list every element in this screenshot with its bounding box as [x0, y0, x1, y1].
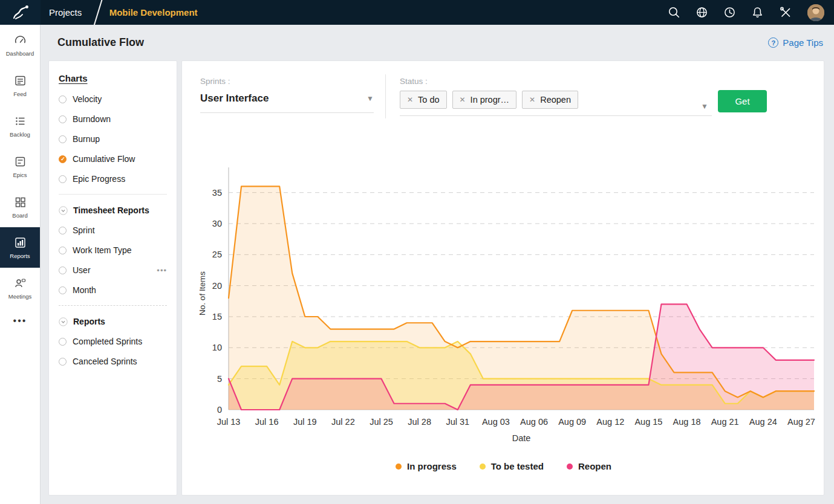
more-options-icon[interactable]: •••: [157, 266, 167, 275]
sidebar-item-board[interactable]: Board: [0, 187, 40, 227]
chevron-down-icon[interactable]: ▼: [367, 94, 374, 103]
svg-text:Aug 18: Aug 18: [673, 417, 701, 427]
status-filter-label: Status :: [400, 77, 712, 86]
panel-divider: [59, 194, 167, 195]
svg-text:Aug 15: Aug 15: [634, 417, 662, 427]
history-icon[interactable]: [723, 6, 736, 19]
svg-text:No. of Items: No. of Items: [198, 271, 207, 315]
remove-chip-icon[interactable]: ✕: [407, 95, 413, 104]
chart-option-epic-progress[interactable]: Epic Progress: [59, 174, 167, 184]
sprints-filter-label: Sprints :: [200, 77, 374, 86]
timesheet-option-month[interactable]: Month: [59, 285, 167, 295]
feed-icon: [14, 74, 27, 87]
svg-text:20: 20: [212, 281, 222, 291]
sidebar-label: Meetings: [8, 293, 32, 300]
option-label: Velocity: [73, 94, 102, 104]
bell-icon[interactable]: [751, 6, 764, 19]
option-label: Completed Sprints: [73, 337, 142, 346]
radio-icon[interactable]: [59, 338, 67, 346]
reports-option-completed-sprints[interactable]: Completed Sprints: [59, 337, 167, 346]
radio-icon[interactable]: [59, 358, 67, 366]
svg-text:Jul 19: Jul 19: [293, 417, 317, 427]
remove-chip-icon[interactable]: ✕: [529, 95, 535, 104]
legend-dot-icon: [567, 464, 573, 470]
chip-label: Reopen: [540, 95, 571, 105]
radio-icon[interactable]: [59, 175, 67, 183]
legend-label: To be tested: [491, 461, 544, 471]
app-logo[interactable]: [0, 0, 41, 25]
legend-label: Reopen: [578, 461, 611, 471]
status-chip-to-do[interactable]: ✕ To do: [400, 91, 447, 109]
chart-option-burnup[interactable]: Burnup: [59, 134, 167, 144]
sprint-select[interactable]: Sprints : User Interface ▼: [200, 77, 374, 113]
page-tips-link[interactable]: ? Page Tips: [768, 37, 823, 48]
question-icon: ?: [768, 37, 778, 48]
radio-selected-icon[interactable]: [59, 155, 67, 163]
chart-area: 05101520253035Jul 13Jul 16Jul 19Jul 22Ju…: [193, 152, 822, 457]
radio-icon[interactable]: [59, 227, 67, 234]
status-chip-in-progress[interactable]: ✕ In progr…: [452, 91, 517, 109]
svg-text:Date: Date: [512, 433, 531, 443]
remove-chip-icon[interactable]: ✕: [460, 95, 466, 104]
nav-projects-link[interactable]: Projects: [49, 7, 82, 18]
backlog-icon: [14, 115, 27, 128]
globe-icon[interactable]: [696, 6, 708, 19]
reports-icon: [14, 236, 27, 249]
sidebar-more-icon[interactable]: •••: [0, 315, 40, 326]
collapse-circle-icon[interactable]: [59, 206, 68, 215]
sidebar-label: Epics: [13, 172, 27, 178]
radio-icon[interactable]: [59, 286, 67, 294]
option-label: Cumulative Flow: [73, 154, 135, 164]
get-button[interactable]: Get: [718, 90, 767, 112]
board-icon: [14, 196, 27, 208]
status-multiselect[interactable]: Status : ✕ To do ✕ In progr… ✕ Reopen ▼: [400, 77, 712, 116]
sidebar-item-epics[interactable]: Epics: [0, 146, 40, 187]
radio-icon[interactable]: [59, 115, 67, 123]
svg-text:Aug 09: Aug 09: [558, 417, 586, 427]
tools-icon[interactable]: [779, 6, 792, 19]
search-icon[interactable]: [668, 6, 680, 19]
radio-icon[interactable]: [59, 247, 67, 254]
timesheet-reports-toggle[interactable]: Timesheet Reports: [59, 205, 167, 215]
status-chip-reopen[interactable]: ✕ Reopen: [522, 91, 578, 109]
sidebar-item-dashboard[interactable]: Dashboard: [0, 25, 40, 65]
svg-text:Jul 22: Jul 22: [331, 417, 355, 427]
section-label: Reports: [73, 317, 105, 326]
report-main-card: Sprints : User Interface ▼ Status : ✕ To…: [181, 60, 824, 496]
chart-legend: In progress To be tested Reopen: [182, 461, 825, 471]
sidebar-label: Reports: [10, 253, 30, 259]
sidebar-item-backlog[interactable]: Backlog: [0, 106, 40, 146]
nav-project-name[interactable]: Mobile Development: [109, 7, 198, 18]
app-sidebar: Dashboard Feed Backlog Epics Board Repor…: [0, 25, 41, 504]
timesheet-option-sprint[interactable]: Sprint: [59, 225, 167, 235]
user-avatar[interactable]: [807, 4, 824, 21]
page-title: Cumulative Flow: [57, 36, 144, 49]
radio-icon[interactable]: [59, 135, 67, 143]
section-label: Timesheet Reports: [73, 205, 149, 215]
svg-text:15: 15: [212, 312, 222, 321]
option-label: Canceled Sprints: [73, 357, 137, 366]
chevron-down-icon[interactable]: ▼: [701, 102, 708, 111]
sidebar-item-feed[interactable]: Feed: [0, 65, 40, 106]
sidebar-item-reports[interactable]: Reports: [0, 227, 40, 268]
sidebar-label: Feed: [13, 91, 27, 97]
cumulative-flow-chart: 05101520253035Jul 13Jul 16Jul 19Jul 22Ju…: [193, 152, 822, 457]
collapse-circle-icon[interactable]: [59, 317, 68, 326]
reports-option-canceled-sprints[interactable]: Canceled Sprints: [59, 357, 167, 366]
page-tips-label: Page Tips: [783, 37, 823, 48]
svg-text:Jul 16: Jul 16: [255, 417, 279, 427]
chart-option-burndown[interactable]: Burndown: [59, 114, 167, 124]
timesheet-option-work-item-type[interactable]: Work Item Type: [59, 245, 167, 255]
svg-text:Jul 25: Jul 25: [370, 417, 393, 427]
chart-option-velocity[interactable]: Velocity: [59, 94, 167, 104]
timesheet-option-user[interactable]: User •••: [59, 265, 167, 275]
chart-option-cumulative-flow[interactable]: Cumulative Flow: [59, 154, 167, 164]
sidebar-item-meetings[interactable]: Meetings: [0, 268, 40, 308]
svg-text:Jul 13: Jul 13: [217, 417, 241, 427]
svg-text:25: 25: [212, 250, 222, 259]
sprint-selected-value: User Interface: [200, 92, 269, 105]
legend-dot-icon: [396, 464, 402, 470]
radio-icon[interactable]: [59, 267, 67, 274]
reports-section-toggle[interactable]: Reports: [59, 317, 167, 326]
radio-icon[interactable]: [59, 95, 67, 103]
